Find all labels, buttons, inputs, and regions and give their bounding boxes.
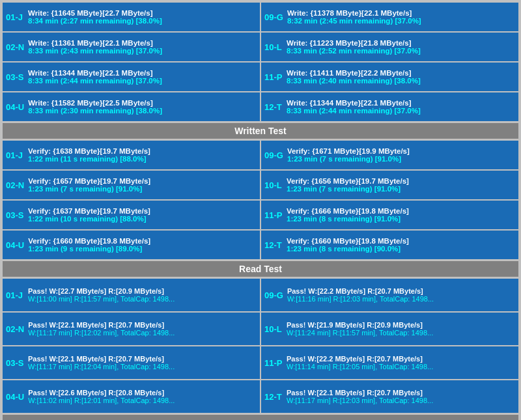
cell-line2-6: 8:33 min (2:30 min remaining) [38.0%] — [28, 107, 257, 115]
cell-content-7: Pass! W:[22.1 MByte/s] R:[20.7 MByte/s]W… — [287, 389, 515, 404]
cell-label-7: 12-T — [264, 102, 283, 112]
main-container: 01-JWrite: {11645 MByte}[22.7 MByte/s]8:… — [0, 0, 521, 420]
grid-cell-6: 04-UWrite: {11582 MByte}[22.5 MByte/s]8:… — [3, 92, 260, 121]
cell-line1-7: Verify: {1660 MByte}[19.8 MByte/s] — [287, 237, 515, 245]
cell-label-2: 02-N — [6, 42, 24, 52]
cell-line2-2: W:[11:17 min] R:[12:02 min], TotalCap: 1… — [28, 329, 257, 337]
cell-line1-5: Pass! W:[22.2 MByte/s] R:[20.7 MByte/s] — [287, 355, 515, 363]
cell-label-5: 11-P — [264, 210, 283, 220]
cell-line2-7: 1:23 min (8 s remaining) [90.0%] — [287, 245, 515, 253]
cell-content-5: Verify: {1666 MByte}[19.8 MByte/s]1:23 m… — [287, 207, 515, 223]
grid-cell-0: 01-JVerify: {1638 MByte}[19.7 MByte/s]1:… — [3, 141, 260, 169]
grid-cell-3: 10-LPass! W:[21.9 MByte/s] R:[20.9 MByte… — [261, 313, 518, 345]
cell-line2-0: 1:22 min (11 s remaining) [88.0%] — [28, 155, 257, 163]
cell-line2-5: W:[11:14 min] R:[12:05 min], TotalCap: 1… — [287, 363, 515, 371]
cell-line2-1: 1:23 min (7 s remaining) [91.0%] — [287, 155, 515, 163]
cell-line1-7: Write: {11344 MByte}[22.1 MByte/s] — [287, 99, 515, 107]
grid-cell-7: 12-TVerify: {1660 MByte}[19.8 MByte/s]1:… — [261, 231, 518, 259]
cell-content-6: Verify: {1660 MByte}[19.8 MByte/s]1:23 m… — [28, 237, 257, 253]
cell-line1-7: Pass! W:[22.1 MByte/s] R:[20.7 MByte/s] — [287, 389, 515, 397]
write-grid: 01-JWrite: {11645 MByte}[22.7 MByte/s]8:… — [3, 3, 518, 121]
grid-cell-7: 12-TPass! W:[22.1 MByte/s] R:[20.7 MByte… — [261, 380, 518, 413]
cell-line1-1: Verify: {1671 MByte}[19.9 MByte/s] — [287, 147, 515, 155]
grid-cell-0: 01-JWrite: {11645 MByte}[22.7 MByte/s]8:… — [3, 3, 260, 31]
write-section: 01-JWrite: {11645 MByte}[22.7 MByte/s]8:… — [3, 3, 518, 139]
grid-cell-5: 11-PPass! W:[22.2 MByte/s] R:[20.7 MByte… — [261, 346, 518, 379]
cell-line1-3: Verify: {1656 MByte}[19.7 MByte/s] — [287, 177, 515, 185]
cell-content-2: Pass! W:[22.1 MByte/s] R:[20.7 MByte/s]W… — [28, 321, 257, 337]
cell-content-0: Verify: {1638 MByte}[19.7 MByte/s]1:22 m… — [28, 147, 257, 163]
cell-line2-6: 1:23 min (9 s remaining) [89.0%] — [28, 245, 257, 253]
cell-content-2: Write: {11361 MByte}[22.1 MByte/s]8:33 m… — [28, 39, 257, 55]
grid-cell-7: 12-TWrite: {11344 MByte}[22.1 MByte/s]8:… — [261, 92, 518, 121]
cell-label-3: 10-L — [264, 324, 283, 334]
cell-line1-6: Pass! W:[22.6 MByte/s] R:[20.8 MByte/s] — [28, 389, 257, 397]
grid-cell-6: 04-UPass! W:[22.6 MByte/s] R:[20.8 MByte… — [3, 380, 260, 413]
cell-label-2: 02-N — [6, 180, 24, 190]
cell-label-1: 09-G — [264, 12, 283, 22]
cell-content-6: Pass! W:[22.6 MByte/s] R:[20.8 MByte/s]W… — [28, 389, 257, 404]
cell-line2-2: 1:23 min (7 s remaining) [91.0%] — [28, 185, 257, 193]
cell-content-6: Write: {11582 MByte}[22.5 MByte/s]8:33 m… — [28, 99, 257, 115]
cell-line1-3: Pass! W:[21.9 MByte/s] R:[20.9 MByte/s] — [287, 321, 515, 329]
cell-line1-3: Write: {11223 MByte}[21.8 MByte/s] — [287, 39, 515, 47]
grid-cell-1: 09-GVerify: {1671 MByte}[19.9 MByte/s]1:… — [261, 141, 518, 169]
verify-grid: 01-JVerify: {1638 MByte}[19.7 MByte/s]1:… — [3, 141, 518, 259]
cell-line2-1: 8:32 min (2:45 min remaining) [37.0%] — [287, 17, 515, 25]
cell-label-6: 04-U — [6, 240, 24, 250]
cell-line1-2: Pass! W:[22.1 MByte/s] R:[20.7 MByte/s] — [28, 321, 257, 329]
grid-cell-5: 11-PWrite: {11411 MByte}[22.2 MByte/s]8:… — [261, 63, 518, 91]
grid-cell-0: 01-JPass! W:[22.7 MByte/s] R:[20.9 MByte… — [3, 279, 260, 311]
grid-cell-1: 09-GPass! W:[22.2 MByte/s] R:[20.7 MByte… — [261, 279, 518, 311]
cell-content-0: Pass! W:[22.7 MByte/s] R:[20.9 MByte/s]W… — [28, 287, 257, 303]
cell-line2-6: W:[11:02 min] R:[12:01 min], TotalCap: 1… — [28, 397, 257, 404]
grid-cell-3: 10-LWrite: {11223 MByte}[21.8 MByte/s]8:… — [261, 33, 518, 61]
cell-content-4: Pass! W:[22.1 MByte/s] R:[20.7 MByte/s]W… — [28, 355, 257, 371]
cell-line2-3: 1:23 min (7 s remaining) [91.0%] — [287, 185, 515, 193]
cell-label-7: 12-T — [264, 240, 283, 250]
cell-line2-2: 8:33 min (2:43 min remaining) [37.0%] — [28, 47, 257, 55]
cell-line1-0: Write: {11645 MByte}[22.7 MByte/s] — [28, 9, 257, 17]
cell-line1-4: Verify: {1637 MByte}[19.7 MByte/s] — [28, 207, 257, 215]
grid-cell-4: 03-SPass! W:[22.1 MByte/s] R:[20.7 MByte… — [3, 346, 260, 379]
cell-line2-0: 8:34 min (2:27 min remaining) [38.0%] — [28, 17, 257, 25]
cell-line1-4: Write: {11344 MByte}[22.1 MByte/s] — [28, 69, 257, 77]
cell-label-4: 03-S — [6, 358, 24, 368]
cell-content-1: Pass! W:[22.2 MByte/s] R:[20.7 MByte/s]W… — [287, 287, 515, 303]
cell-label-0: 01-J — [6, 12, 24, 22]
cell-label-2: 02-N — [6, 324, 24, 334]
cell-line1-4: Pass! W:[22.1 MByte/s] R:[20.7 MByte/s] — [28, 355, 257, 363]
cell-line1-0: Verify: {1638 MByte}[19.7 MByte/s] — [28, 147, 257, 155]
grid-cell-3: 10-LVerify: {1656 MByte}[19.7 MByte/s]1:… — [261, 171, 518, 199]
write-header: Written Test — [3, 123, 518, 139]
cell-line2-4: 8:33 min (2:44 min remaining) [37.0%] — [28, 77, 257, 85]
read-section: 01-JPass! W:[22.7 MByte/s] R:[20.9 MByte… — [3, 279, 518, 413]
cell-label-5: 11-P — [264, 358, 283, 368]
grid-cell-1: 09-GWrite: {11378 MByte}[22.1 MByte/s]8:… — [261, 3, 518, 31]
cell-content-7: Write: {11344 MByte}[22.1 MByte/s]8:33 m… — [287, 99, 515, 115]
cell-content-7: Verify: {1660 MByte}[19.8 MByte/s]1:23 m… — [287, 237, 515, 253]
grid-cell-2: 02-NVerify: {1657 MByte}[19.7 MByte/s]1:… — [3, 171, 260, 199]
cell-label-4: 03-S — [6, 72, 24, 82]
cell-content-3: Pass! W:[21.9 MByte/s] R:[20.9 MByte/s]W… — [287, 321, 515, 337]
cell-content-4: Write: {11344 MByte}[22.1 MByte/s]8:33 m… — [28, 69, 257, 85]
read-test-header: Read Test — [3, 261, 518, 277]
cell-line1-5: Verify: {1666 MByte}[19.8 MByte/s] — [287, 207, 515, 215]
cell-content-0: Write: {11645 MByte}[22.7 MByte/s]8:34 m… — [28, 9, 257, 25]
grid-cell-2: 02-NPass! W:[22.1 MByte/s] R:[20.7 MByte… — [3, 313, 260, 345]
verify-section: 01-JVerify: {1638 MByte}[19.7 MByte/s]1:… — [3, 141, 518, 277]
cell-content-1: Write: {11378 MByte}[22.1 MByte/s]8:32 m… — [287, 9, 515, 25]
cell-content-5: Pass! W:[22.2 MByte/s] R:[20.7 MByte/s]W… — [287, 355, 515, 371]
cell-line2-4: 1:22 min (10 s remaining) [88.0%] — [28, 215, 257, 223]
cell-label-6: 04-U — [6, 102, 24, 112]
cell-line1-2: Verify: {1657 MByte}[19.7 MByte/s] — [28, 177, 257, 185]
cell-label-1: 09-G — [264, 150, 283, 160]
cell-label-1: 09-G — [264, 290, 283, 300]
grid-cell-5: 11-PVerify: {1666 MByte}[19.8 MByte/s]1:… — [261, 201, 518, 229]
cell-label-6: 04-U — [6, 392, 24, 402]
cell-line2-5: 8:33 min (2:40 min remaining) [38.0%] — [287, 77, 515, 85]
grid-cell-6: 04-UVerify: {1660 MByte}[19.8 MByte/s]1:… — [3, 231, 260, 259]
cell-line1-2: Write: {11361 MByte}[22.1 MByte/s] — [28, 39, 257, 47]
cell-line1-6: Write: {11582 MByte}[22.5 MByte/s] — [28, 99, 257, 107]
cell-content-5: Write: {11411 MByte}[22.2 MByte/s]8:33 m… — [287, 69, 515, 85]
